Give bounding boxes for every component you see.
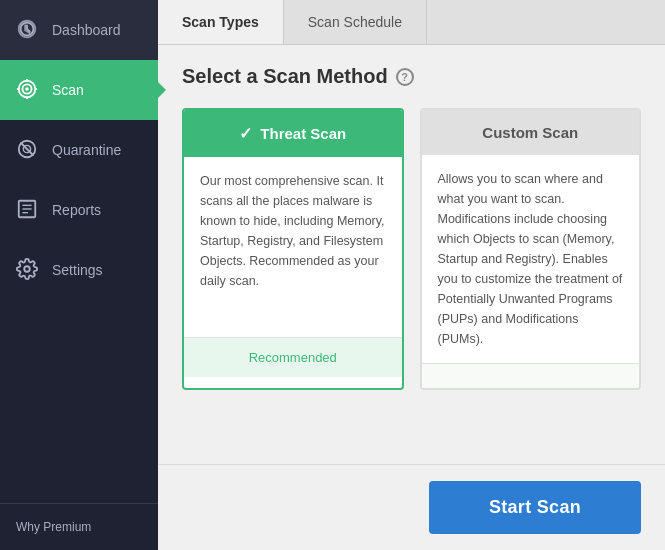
sidebar-item-dashboard[interactable]: Dashboard	[0, 0, 158, 60]
sidebar-item-settings[interactable]: Settings	[0, 240, 158, 300]
scan-icon	[16, 78, 40, 102]
sidebar-item-reports[interactable]: Reports	[0, 180, 158, 240]
sidebar-item-label: Dashboard	[52, 22, 121, 38]
tab-bar: Scan Types Scan Schedule	[158, 0, 665, 45]
page-title: Select a Scan Method ?	[182, 65, 641, 88]
main-content: Scan Types Scan Schedule Select a Scan M…	[158, 0, 665, 550]
threat-scan-card[interactable]: ✓ Threat Scan Our most comprehensive sca…	[182, 108, 404, 390]
custom-scan-footer	[422, 363, 640, 388]
bottom-bar: Start Scan	[158, 464, 665, 550]
checkmark-icon: ✓	[239, 124, 252, 143]
sidebar-item-label: Reports	[52, 202, 101, 218]
custom-scan-header: Custom Scan	[422, 110, 640, 155]
sidebar-item-label: Quarantine	[52, 142, 121, 158]
reports-icon	[16, 198, 40, 222]
start-scan-button[interactable]: Start Scan	[429, 481, 641, 534]
tab-scan-schedule[interactable]: Scan Schedule	[284, 0, 427, 44]
threat-scan-footer: Recommended	[184, 337, 402, 377]
settings-icon	[16, 258, 40, 282]
sidebar: Dashboard Scan Quarantine	[0, 0, 158, 550]
quarantine-icon	[16, 138, 40, 162]
threat-scan-header: ✓ Threat Scan	[184, 110, 402, 157]
dashboard-icon	[16, 18, 40, 42]
sidebar-item-label: Scan	[52, 82, 84, 98]
sidebar-item-scan[interactable]: Scan	[0, 60, 158, 120]
svg-point-3	[25, 87, 29, 91]
svg-line-9	[21, 143, 34, 156]
threat-scan-description: Our most comprehensive scan. It scans al…	[184, 157, 402, 337]
sidebar-item-quarantine[interactable]: Quarantine	[0, 120, 158, 180]
custom-scan-card[interactable]: Custom Scan Allows you to scan where and…	[420, 108, 642, 390]
tab-scan-types[interactable]: Scan Types	[158, 0, 284, 44]
sidebar-item-label: Settings	[52, 262, 103, 278]
why-premium-link[interactable]: Why Premium	[0, 503, 158, 550]
svg-point-15	[24, 266, 30, 272]
help-icon[interactable]: ?	[396, 68, 414, 86]
scan-cards-container: ✓ Threat Scan Our most comprehensive sca…	[182, 108, 641, 390]
custom-scan-description: Allows you to scan where and what you wa…	[422, 155, 640, 363]
content-area: Select a Scan Method ? ✓ Threat Scan Our…	[158, 45, 665, 464]
